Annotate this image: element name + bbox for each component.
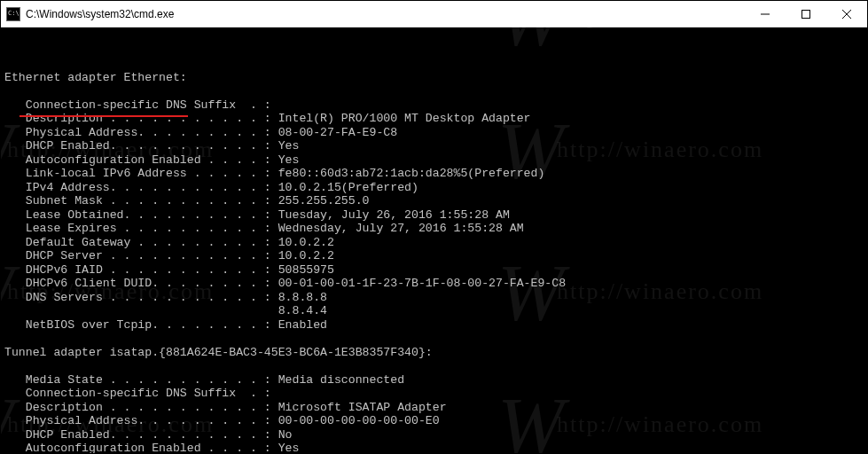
output-line: Physical Address. . . . . . . . . : 08-0… (4, 126, 864, 140)
minimize-button[interactable] (745, 1, 786, 27)
output-line: Connection-specific DNS Suffix . : (4, 387, 864, 401)
output-line: DNS Servers . . . . . . . . . . . : 8.8.… (4, 291, 864, 305)
output-line: Media State . . . . . . . . . . . : Medi… (4, 373, 864, 387)
blank-line (4, 84, 864, 98)
window-title: C:\Windows\system32\cmd.exe (26, 8, 745, 20)
window-controls (745, 1, 867, 27)
output-line: DHCP Server . . . . . . . . . . . : 10.0… (4, 249, 864, 263)
output-line: Physical Address. . . . . . . . . : 00-0… (4, 414, 864, 428)
output-line: Subnet Mask . . . . . . . . . . . : 255.… (4, 194, 864, 208)
output-line: Description . . . . . . . . . . . : Micr… (4, 401, 864, 415)
close-button[interactable] (826, 1, 867, 27)
output-line: Link-local IPv6 Address . . . . . : fe80… (4, 167, 864, 181)
terminal-output[interactable]: Ethernet adapter Ethernet: Connection-sp… (1, 27, 867, 453)
output-line: Description . . . . . . . . . . . : Inte… (4, 112, 864, 126)
output-line: DHCP Enabled. . . . . . . . . . . : Yes (4, 139, 864, 153)
window-titlebar: C:\Windows\system32\cmd.exe (1, 1, 867, 27)
maximize-button[interactable] (786, 1, 826, 27)
blank-line (4, 332, 864, 346)
blank-line (4, 359, 864, 373)
output-line: Connection-specific DNS Suffix . : (4, 98, 864, 113)
output-line: DHCP Enabled. . . . . . . . . . . : No (4, 428, 864, 442)
output-line: IPv4 Address. . . . . . . . . . . : 10.0… (4, 181, 864, 195)
svg-rect-1 (802, 10, 810, 18)
section-header: Ethernet adapter Ethernet: (4, 71, 864, 85)
output-line: Autoconfiguration Enabled . . . . : Yes (4, 442, 864, 453)
output-line: Autoconfiguration Enabled . . . . : Yes (4, 153, 864, 168)
red-underline-highlight (20, 115, 188, 117)
output-line: Lease Obtained. . . . . . . . . . : Tues… (4, 208, 864, 223)
output-line: Default Gateway . . . . . . . . . : 10.0… (4, 236, 864, 250)
output-line: Lease Expires . . . . . . . . . . : Wedn… (4, 222, 864, 236)
cmd-icon (6, 7, 20, 21)
output-line: DHCPv6 Client DUID. . . . . . . . : 00-0… (4, 277, 864, 291)
blank-line (4, 57, 864, 71)
output-line: DHCPv6 IAID . . . . . . . . . . . : 5085… (4, 263, 864, 278)
section-header: Tunnel adapter isatap.{881A624E-BAC3-45E… (4, 346, 864, 360)
output-line: 8.8.4.4 (4, 304, 864, 318)
output-line: NetBIOS over Tcpip. . . . . . . . : Enab… (4, 318, 864, 333)
